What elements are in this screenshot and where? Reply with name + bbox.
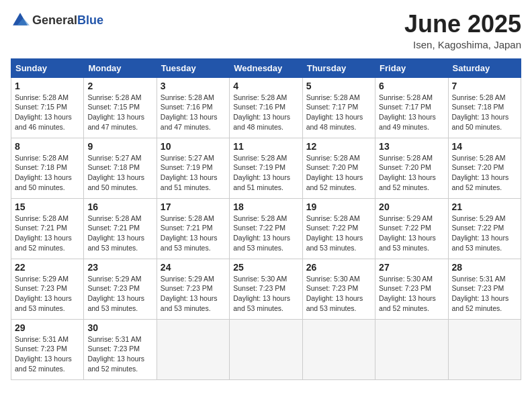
day-detail: Sunrise: 5:28 AM Sunset: 7:17 PM Dayligh… — [306, 93, 371, 132]
header: GeneralBlue June 2025 Isen, Kagoshima, J… — [11, 11, 521, 50]
day-detail: Sunrise: 5:28 AM Sunset: 7:16 PM Dayligh… — [161, 93, 226, 132]
calendar-cell: 27Sunrise: 5:30 AM Sunset: 7:23 PM Dayli… — [375, 259, 448, 319]
day-detail: Sunrise: 5:28 AM Sunset: 7:19 PM Dayligh… — [233, 153, 298, 193]
day-number: 8 — [15, 141, 80, 152]
day-detail: Sunrise: 5:28 AM Sunset: 7:18 PM Dayligh… — [452, 93, 517, 132]
day-detail: Sunrise: 5:29 AM Sunset: 7:23 PM Dayligh… — [161, 274, 226, 314]
day-detail: Sunrise: 5:31 AM Sunset: 7:23 PM Dayligh… — [452, 274, 517, 314]
day-number: 25 — [233, 262, 298, 273]
day-number: 21 — [452, 201, 517, 212]
day-detail: Sunrise: 5:28 AM Sunset: 7:17 PM Dayligh… — [379, 93, 444, 132]
day-detail: Sunrise: 5:28 AM Sunset: 7:20 PM Dayligh… — [306, 153, 371, 193]
day-number: 2 — [87, 81, 152, 91]
calendar-cell: 6Sunrise: 5:28 AM Sunset: 7:17 PM Daylig… — [375, 77, 448, 138]
weekday-header-tuesday: Tuesday — [157, 58, 229, 77]
day-number: 14 — [452, 141, 517, 152]
weekday-header-friday: Friday — [375, 58, 448, 77]
day-detail: Sunrise: 5:28 AM Sunset: 7:18 PM Dayligh… — [15, 153, 80, 193]
day-number: 16 — [87, 201, 152, 212]
calendar-cell: 12Sunrise: 5:28 AM Sunset: 7:20 PM Dayli… — [302, 138, 375, 198]
calendar-cell: 5Sunrise: 5:28 AM Sunset: 7:17 PM Daylig… — [302, 77, 375, 138]
logo-icon — [11, 11, 30, 30]
day-number: 5 — [306, 81, 371, 91]
weekday-header-sunday: Sunday — [11, 58, 84, 77]
day-detail: Sunrise: 5:28 AM Sunset: 7:15 PM Dayligh… — [15, 93, 80, 132]
day-number: 15 — [15, 201, 80, 212]
calendar-table: SundayMondayTuesdayWednesdayThursdayFrid… — [11, 58, 521, 380]
calendar-cell: 3Sunrise: 5:28 AM Sunset: 7:16 PM Daylig… — [157, 77, 229, 138]
calendar-cell: 7Sunrise: 5:28 AM Sunset: 7:18 PM Daylig… — [448, 77, 521, 138]
day-number: 26 — [306, 262, 371, 273]
month-title: June 2025 — [404, 11, 521, 38]
day-detail: Sunrise: 5:28 AM Sunset: 7:20 PM Dayligh… — [379, 153, 444, 193]
day-detail: Sunrise: 5:28 AM Sunset: 7:20 PM Dayligh… — [452, 153, 517, 193]
day-detail: Sunrise: 5:29 AM Sunset: 7:23 PM Dayligh… — [15, 274, 80, 314]
logo-text-general: General — [32, 13, 77, 27]
calendar-cell: 10Sunrise: 5:27 AM Sunset: 7:19 PM Dayli… — [157, 138, 229, 198]
day-detail: Sunrise: 5:31 AM Sunset: 7:23 PM Dayligh… — [15, 334, 80, 374]
day-number: 22 — [15, 262, 80, 273]
calendar-cell: 18Sunrise: 5:28 AM Sunset: 7:22 PM Dayli… — [230, 198, 302, 259]
week-row-4: 22Sunrise: 5:29 AM Sunset: 7:23 PM Dayli… — [11, 259, 521, 319]
week-row-2: 8Sunrise: 5:28 AM Sunset: 7:18 PM Daylig… — [11, 138, 521, 198]
calendar-cell: 20Sunrise: 5:29 AM Sunset: 7:22 PM Dayli… — [375, 198, 448, 259]
week-row-1: 1Sunrise: 5:28 AM Sunset: 7:15 PM Daylig… — [11, 77, 521, 138]
day-detail: Sunrise: 5:28 AM Sunset: 7:22 PM Dayligh… — [233, 214, 298, 253]
day-number: 29 — [15, 322, 80, 333]
day-number: 6 — [379, 81, 444, 91]
day-detail: Sunrise: 5:28 AM Sunset: 7:21 PM Dayligh… — [15, 214, 80, 253]
calendar-cell — [302, 319, 375, 379]
calendar-cell: 23Sunrise: 5:29 AM Sunset: 7:23 PM Dayli… — [84, 259, 157, 319]
calendar-cell: 11Sunrise: 5:28 AM Sunset: 7:19 PM Dayli… — [230, 138, 302, 198]
day-detail: Sunrise: 5:28 AM Sunset: 7:21 PM Dayligh… — [161, 214, 226, 253]
weekday-header-monday: Monday — [84, 58, 157, 77]
calendar-cell: 29Sunrise: 5:31 AM Sunset: 7:23 PM Dayli… — [11, 319, 84, 379]
day-detail: Sunrise: 5:28 AM Sunset: 7:21 PM Dayligh… — [87, 214, 152, 253]
calendar-cell — [230, 319, 302, 379]
day-number: 1 — [15, 81, 80, 91]
day-number: 24 — [161, 262, 226, 273]
weekday-header-thursday: Thursday — [302, 58, 375, 77]
calendar-cell: 22Sunrise: 5:29 AM Sunset: 7:23 PM Dayli… — [11, 259, 84, 319]
calendar-cell: 21Sunrise: 5:29 AM Sunset: 7:22 PM Dayli… — [448, 198, 521, 259]
day-detail: Sunrise: 5:29 AM Sunset: 7:22 PM Dayligh… — [452, 214, 517, 253]
calendar-cell: 16Sunrise: 5:28 AM Sunset: 7:21 PM Dayli… — [84, 198, 157, 259]
day-number: 28 — [452, 262, 517, 273]
calendar-cell: 19Sunrise: 5:28 AM Sunset: 7:22 PM Dayli… — [302, 198, 375, 259]
day-number: 7 — [452, 81, 517, 91]
calendar-cell: 24Sunrise: 5:29 AM Sunset: 7:23 PM Dayli… — [157, 259, 229, 319]
title-area: June 2025 Isen, Kagoshima, Japan — [404, 11, 521, 50]
day-number: 4 — [233, 81, 298, 91]
location-title: Isen, Kagoshima, Japan — [404, 39, 521, 50]
calendar-cell: 14Sunrise: 5:28 AM Sunset: 7:20 PM Dayli… — [448, 138, 521, 198]
calendar-cell: 8Sunrise: 5:28 AM Sunset: 7:18 PM Daylig… — [11, 138, 84, 198]
calendar-cell: 1Sunrise: 5:28 AM Sunset: 7:15 PM Daylig… — [11, 77, 84, 138]
calendar-cell: 25Sunrise: 5:30 AM Sunset: 7:23 PM Dayli… — [230, 259, 302, 319]
calendar-cell: 9Sunrise: 5:27 AM Sunset: 7:18 PM Daylig… — [84, 138, 157, 198]
weekday-header-saturday: Saturday — [448, 58, 521, 77]
calendar-cell: 26Sunrise: 5:30 AM Sunset: 7:23 PM Dayli… — [302, 259, 375, 319]
weekday-header-wednesday: Wednesday — [230, 58, 302, 77]
weekday-header-row: SundayMondayTuesdayWednesdayThursdayFrid… — [11, 58, 521, 77]
day-number: 11 — [233, 141, 298, 152]
week-row-3: 15Sunrise: 5:28 AM Sunset: 7:21 PM Dayli… — [11, 198, 521, 259]
day-detail: Sunrise: 5:28 AM Sunset: 7:22 PM Dayligh… — [306, 214, 371, 253]
calendar-cell: 4Sunrise: 5:28 AM Sunset: 7:16 PM Daylig… — [230, 77, 302, 138]
day-detail: Sunrise: 5:28 AM Sunset: 7:16 PM Dayligh… — [233, 93, 298, 132]
day-number: 27 — [379, 262, 444, 273]
day-detail: Sunrise: 5:27 AM Sunset: 7:19 PM Dayligh… — [161, 153, 226, 193]
day-detail: Sunrise: 5:30 AM Sunset: 7:23 PM Dayligh… — [306, 274, 371, 314]
calendar-cell — [375, 319, 448, 379]
day-detail: Sunrise: 5:30 AM Sunset: 7:23 PM Dayligh… — [379, 274, 444, 314]
calendar-cell: 15Sunrise: 5:28 AM Sunset: 7:21 PM Dayli… — [11, 198, 84, 259]
calendar-cell: 13Sunrise: 5:28 AM Sunset: 7:20 PM Dayli… — [375, 138, 448, 198]
day-number: 3 — [161, 81, 226, 91]
calendar-cell: 17Sunrise: 5:28 AM Sunset: 7:21 PM Dayli… — [157, 198, 229, 259]
day-number: 9 — [87, 141, 152, 152]
day-number: 20 — [379, 201, 444, 212]
day-number: 19 — [306, 201, 371, 212]
day-number: 23 — [87, 262, 152, 273]
day-detail: Sunrise: 5:28 AM Sunset: 7:15 PM Dayligh… — [87, 93, 152, 132]
day-number: 18 — [233, 201, 298, 212]
day-number: 10 — [161, 141, 226, 152]
